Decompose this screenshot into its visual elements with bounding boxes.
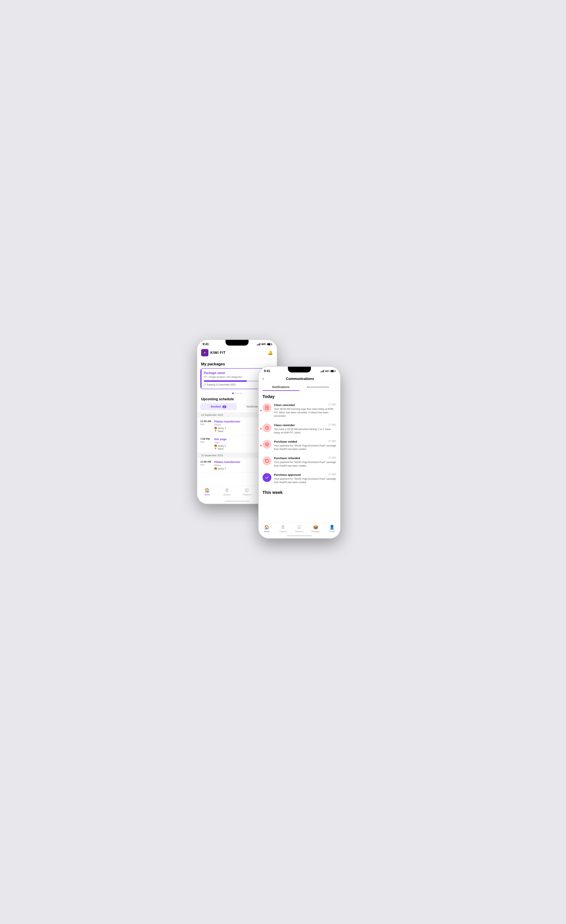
nav2-profile[interactable]: 👤 Profile [324, 525, 340, 534]
comm-header: ‹ Communications [259, 374, 340, 383]
package-name: Package name [204, 371, 225, 375]
notif-desc-4: Your payment for "30x20 Yoga Exclusive P… [274, 460, 336, 467]
class-location: 📍 Silom [214, 430, 265, 433]
notifications-scroll[interactable]: Today Class canceled [259, 391, 340, 523]
phone-2: 9:41 WiFi [258, 366, 341, 539]
class-location-2: 📍 Silom [214, 448, 265, 450]
notif-item-5[interactable]: Purchase approved 27 SEP Your payment fo… [259, 471, 340, 487]
class-name-2: Hot yoga [214, 438, 265, 441]
unread-dot-2 [260, 428, 262, 430]
today-heading: Today [259, 391, 340, 400]
class-type-3: Pilates [214, 464, 265, 466]
battery-1 [267, 343, 271, 345]
notif-title-3: Purchase voided [274, 440, 297, 443]
dot-2 [235, 393, 236, 394]
nav2-package-label: Package [312, 530, 320, 532]
nav-home[interactable]: 🏠 Home [197, 488, 217, 496]
bottom-nav-2: 🏠 Home 🗓 Classes ☑ Check in 📦 Package [259, 523, 340, 534]
class-duration: 60m [200, 423, 212, 426]
package-progress-fill [204, 380, 247, 382]
home-indicator-1 [224, 501, 250, 502]
nav2-profile-label: Profile [329, 530, 335, 532]
time-2: 9:41 [264, 369, 270, 373]
class-duration-3: 60m [200, 464, 212, 466]
nav-classes-label: Classes [223, 494, 231, 496]
wifi-2: WiFi [325, 370, 329, 372]
tab-announcements[interactable]: Announcements [300, 383, 336, 391]
notif-date-1: 27 SEP [328, 404, 336, 406]
nav2-checkin-label: Check in [295, 530, 303, 532]
nav2-home-icon: 🏠 [264, 525, 269, 530]
dot-4 [240, 393, 242, 394]
nav-checkin[interactable]: ☑ Check in [237, 488, 257, 496]
tab-booked[interactable]: Booked 6 [200, 403, 237, 410]
nav2-package-icon: 📦 [313, 525, 318, 530]
class-name-3: Pilates transformer [214, 460, 265, 464]
comm-tabs: Notifications Announcements [259, 383, 340, 391]
notif-desc-5: Your payment for "30x20 Yoga Exclusive P… [274, 477, 336, 484]
nav2-home[interactable]: 🏠 Home [259, 525, 275, 534]
notif-item-2[interactable]: Class reminder 27 SEP You have a 10:00 A… [259, 421, 340, 437]
notif-date-3: 27 SEP [328, 440, 336, 442]
notif-title-4: Purchase refunded [274, 456, 300, 460]
nav2-checkin[interactable]: ☑ Check in [291, 525, 307, 534]
dot-1 [232, 393, 234, 394]
comm-title: Communications [264, 377, 336, 381]
notif-date-4: 27 SEP [328, 456, 336, 459]
notif-title-2: Class reminder [274, 423, 295, 427]
classes-icon: 🗓 [225, 488, 229, 493]
class-instructor: 🧑 Jenny T. [214, 427, 265, 430]
notif-title-5: Purchase approved [274, 473, 301, 476]
class-type-2: Yoga [214, 441, 265, 444]
unread-dot-3 [260, 445, 262, 446]
nav2-profile-icon: 👤 [329, 525, 334, 530]
nav2-classes[interactable]: 🗓 Classes [275, 525, 291, 534]
logo-icon: 🥝 [201, 349, 208, 356]
time-1: 9:41 [203, 342, 209, 346]
nav2-classes-icon: 🗓 [281, 525, 285, 530]
notch-2 [288, 367, 311, 372]
wifi-1: WiFi [261, 343, 266, 346]
class-time-2: 7:00 PM [200, 438, 212, 440]
class-instructor-3: 🧑 Jenny T. [214, 467, 265, 470]
notif-desc-3: Your payment for "30x20 Yoga Exclusive P… [274, 444, 336, 451]
nav-home-label: Home [205, 494, 210, 496]
class-time: 11:00 AM [200, 420, 212, 423]
class-time-3: 11:00 AM [200, 460, 212, 463]
unread-dot-1 [260, 410, 262, 411]
class-instructor-2: 🧑 Jenny T. [214, 444, 265, 447]
dot-3 [238, 393, 239, 394]
notif-icon-approved [263, 473, 271, 482]
signal-1 [257, 343, 260, 345]
notif-body-4: Purchase refunded 27 SEP Your payment fo… [274, 456, 336, 467]
tab-notifications[interactable]: Notifications [263, 383, 300, 391]
home-indicator-2 [287, 535, 312, 536]
this-week-heading: This week [259, 487, 340, 496]
class-duration-2: 45m [200, 441, 212, 443]
notif-body-1: Class canceled 27 SEP Your 09:00 AM morn… [274, 404, 336, 418]
notif-body-5: Purchase approved 27 SEP Your payment fo… [274, 473, 336, 484]
nav-classes[interactable]: 🗓 Classes [217, 488, 237, 496]
bell-icon[interactable]: 🔔 [268, 350, 273, 355]
nav2-package[interactable]: 📦 Package [307, 525, 324, 534]
battery-2 [331, 370, 335, 372]
nav2-classes-label: Classes [279, 530, 287, 532]
notif-icon-canceled [263, 404, 271, 412]
notif-title-1: Class canceled [274, 404, 295, 406]
notch-1 [226, 340, 248, 346]
notif-icon-reminder [263, 423, 271, 432]
notif-body-3: Purchase voided 27 SEP Your payment for … [274, 440, 336, 451]
notif-item-4[interactable]: Purchase refunded 27 SEP Your payment fo… [259, 454, 340, 470]
notif-date-2: 27 SEP [328, 423, 336, 426]
notif-icon-refunded [263, 456, 271, 465]
nav2-checkin-icon: ☑ [297, 525, 301, 530]
notif-item-3[interactable]: Purchase voided 27 SEP Your payment for … [259, 437, 340, 454]
home-icon: 🏠 [205, 488, 210, 493]
checkin-icon: ☑ [245, 488, 249, 493]
signal-2 [321, 370, 324, 372]
class-name: Pilates transformer [214, 420, 265, 423]
back-button[interactable]: ‹ [263, 376, 264, 381]
notif-item-1[interactable]: Class canceled 27 SEP Your 09:00 AM morn… [259, 400, 340, 421]
app-header-1: 🥝 KIWI FIT 🔔 [197, 348, 277, 359]
notif-date-5: 27 SEP [328, 473, 336, 476]
